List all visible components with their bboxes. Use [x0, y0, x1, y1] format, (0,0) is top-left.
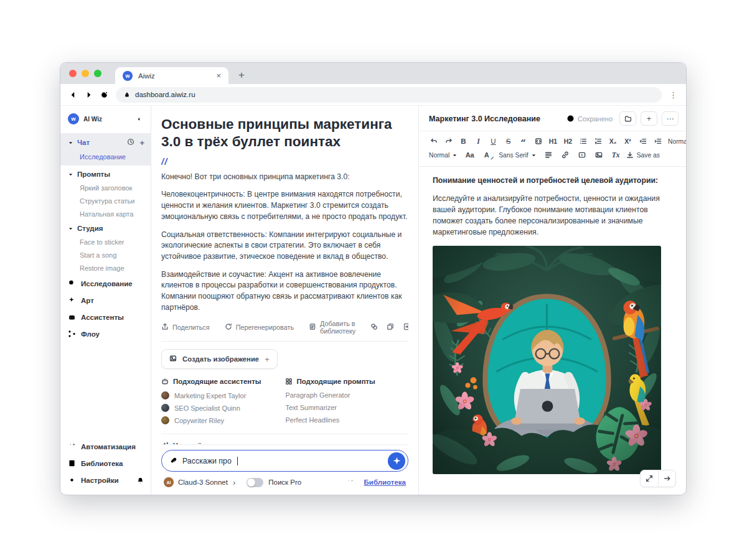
video-icon[interactable] — [576, 149, 589, 161]
create-image-button[interactable]: Создать изображение + — [161, 349, 278, 369]
gear-icon — [68, 476, 76, 484]
image-icon[interactable] — [593, 149, 606, 161]
back-icon[interactable] — [69, 91, 77, 99]
sidebar-item-prompt[interactable]: Структура статьи — [60, 195, 151, 208]
book-icon — [68, 459, 76, 467]
sidebar-item-assistants[interactable]: Ассистенты — [60, 309, 151, 325]
browser-menu-icon[interactable]: ⋮ — [669, 91, 677, 99]
sidebar-item-library[interactable]: Библиотека — [60, 455, 151, 472]
copy-icon[interactable] — [387, 323, 394, 332]
link-icon[interactable] — [559, 149, 572, 161]
browser-tab[interactable]: w Aiwiz × — [115, 67, 228, 84]
indent-icon[interactable] — [651, 135, 664, 147]
editor-content[interactable]: Понимание ценностей и потребностей целев… — [419, 167, 686, 474]
sidebar-item-studio[interactable]: Face to sticker — [60, 236, 151, 249]
h2-button[interactable]: H2 — [561, 135, 575, 147]
redo-icon[interactable] — [442, 135, 455, 147]
library-link[interactable]: Библиотека — [364, 478, 406, 486]
save-as-button[interactable]: Save as — [626, 151, 660, 159]
font-size-button[interactable]: Aa — [463, 149, 476, 161]
bell-icon[interactable] — [136, 476, 144, 484]
reload-icon[interactable] — [100, 91, 108, 99]
send-button[interactable] — [388, 452, 405, 470]
editor-footer-buttons — [640, 470, 676, 487]
prompt-item[interactable]: Paragraph Generator — [285, 391, 409, 399]
chat-input[interactable]: Расскажи про — [161, 450, 408, 472]
blockquote-icon[interactable]: “ — [517, 135, 530, 147]
tab-close-icon[interactable]: × — [216, 71, 221, 80]
more-button[interactable]: ⋯ — [662, 111, 679, 126]
subscript-button[interactable]: X₂ — [606, 135, 619, 147]
folder-button[interactable] — [619, 111, 636, 126]
h1-button[interactable]: H1 — [547, 135, 560, 147]
bold-button[interactable]: B — [457, 135, 470, 147]
regenerate-button[interactable]: Перегенерировать — [225, 323, 294, 332]
heading-style-dropdown[interactable]: Normal — [666, 135, 687, 147]
tab-title: Aiwiz — [138, 72, 210, 80]
undo-icon[interactable] — [427, 135, 440, 147]
history-icon[interactable] — [127, 138, 134, 147]
new-chat-icon[interactable]: + — [139, 139, 144, 147]
superscript-button[interactable]: X² — [621, 135, 634, 147]
address-bar[interactable]: dashboard.aiwiz.ru — [116, 87, 662, 103]
sidebar-item-prompt[interactable]: Натальная карта — [60, 208, 151, 221]
italic-button[interactable]: I — [472, 135, 485, 147]
model-selector[interactable]: Claud-3 Sonnet — [178, 478, 228, 486]
sidebar-group-studio[interactable]: Студия — [60, 221, 151, 236]
sidebar-item-studio[interactable]: Start a song — [60, 249, 151, 262]
chat-scroll-area[interactable]: Основные принципы маркетинга 3.0 в трёх … — [161, 116, 408, 444]
bullet-list-icon[interactable] — [576, 135, 590, 147]
share-button[interactable]: Поделиться — [161, 323, 210, 332]
lock-icon — [124, 91, 130, 98]
sidebar-item-settings[interactable]: Настройки — [60, 472, 151, 488]
forward-icon[interactable] — [85, 91, 93, 99]
export-icon[interactable] — [403, 323, 408, 332]
ordered-list-icon[interactable] — [591, 135, 604, 147]
minimize-window-button[interactable] — [82, 70, 89, 77]
assistant-item[interactable]: Copywriter Riley — [161, 416, 285, 424]
sidebar-item-automation[interactable]: Автоматизация — [60, 438, 151, 455]
grid-icon — [285, 378, 293, 385]
strikethrough-button[interactable]: S — [502, 135, 515, 147]
prompt-item[interactable]: Text Summarizer — [285, 404, 409, 411]
sidebar-item-art[interactable]: Арт — [60, 292, 151, 309]
outdent-icon[interactable] — [636, 135, 649, 147]
font-family-dropdown[interactable]: Sans Serif — [497, 149, 538, 161]
search-pro-toggle[interactable] — [247, 478, 263, 487]
chevron-right-icon[interactable]: › — [233, 478, 235, 487]
answer-paragraph: Конечно! Вот три основных принципа марке… — [161, 172, 408, 183]
generated-image[interactable] — [433, 246, 661, 474]
divider — [161, 434, 408, 434]
expand-icon[interactable] — [641, 470, 658, 487]
font-color-button[interactable]: A — [480, 149, 493, 161]
align-icon[interactable] — [542, 149, 555, 161]
arrow-right-icon[interactable] — [658, 470, 675, 487]
ai-tools-icon[interactable] — [370, 323, 378, 332]
underline-button[interactable]: U — [487, 135, 500, 147]
saved-status: Сохранено — [566, 114, 613, 123]
new-tab-button[interactable]: + — [238, 70, 245, 80]
sidebar-item-studio[interactable]: Restore image — [60, 262, 151, 275]
new-document-button[interactable]: + — [641, 111, 657, 126]
assistant-item[interactable]: Marketing Expert Taylor — [161, 391, 285, 399]
avatar — [161, 391, 169, 399]
sidebar: w AI Wiz Чат + Исследование Промпты — [60, 106, 151, 495]
add-to-library-button[interactable]: Добавить в библиотеку — [309, 320, 355, 335]
sidebar-item-research[interactable]: Исследование — [60, 275, 151, 292]
clear-format-button[interactable]: Tx — [609, 149, 622, 161]
sidebar-item-chat-research[interactable]: Исследование — [60, 151, 151, 164]
close-window-button[interactable] — [69, 70, 77, 77]
assistants-column: Подходящие ассистенты Marketing Expert T… — [161, 378, 285, 429]
paragraph-style-dropdown[interactable]: Normal — [427, 149, 459, 161]
collapse-sidebar-icon[interactable] — [135, 115, 143, 123]
sidebar-item-flow[interactable]: Флоу — [60, 325, 151, 342]
fullscreen-window-button[interactable] — [94, 70, 101, 77]
sidebar-item-chat[interactable]: Чат + — [60, 134, 151, 151]
magic-wand-icon[interactable] — [346, 478, 354, 487]
code-block-icon[interactable] — [532, 135, 545, 147]
attach-icon[interactable] — [169, 457, 177, 465]
sidebar-group-prompts[interactable]: Промпты — [60, 167, 151, 182]
sidebar-item-prompt[interactable]: Яркий заголовок — [60, 182, 151, 195]
assistant-item[interactable]: SEO Specialist Quinn — [161, 404, 285, 412]
prompt-item[interactable]: Perfect Headlines — [285, 416, 409, 424]
